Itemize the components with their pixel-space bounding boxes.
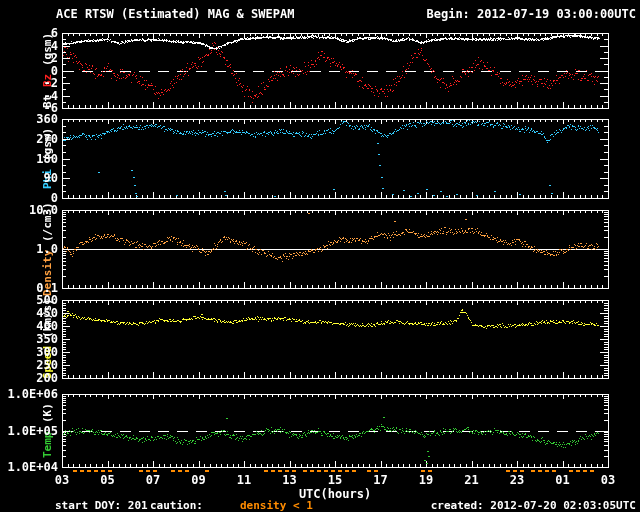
- x-tick-label: 13: [276, 473, 304, 487]
- x-tick-label: 03: [594, 473, 622, 487]
- y-axis-unit-k: (K): [41, 403, 54, 423]
- plot-canvas: [0, 0, 640, 512]
- y-tick-label: 360: [0, 112, 58, 126]
- y-tick-label: 1.0: [0, 242, 58, 256]
- rtsw-plot-page: ACE RTSW (Estimated) MAG & SWEPAM Begin:…: [0, 0, 640, 512]
- x-tick-label: 07: [139, 473, 167, 487]
- y-tick-label: 90: [0, 171, 58, 185]
- x-tick-label: 17: [367, 473, 395, 487]
- x-tick-label: 23: [503, 473, 531, 487]
- y-tick-label: 10.0: [0, 203, 58, 217]
- footer-caution-value: density < 1: [240, 499, 313, 512]
- y-tick-label: 200: [0, 371, 58, 385]
- page-title: ACE RTSW (Estimated) MAG & SWEPAM: [56, 7, 294, 21]
- x-tick-label: 21: [458, 473, 486, 487]
- y-tick-label: 1.0E+05: [0, 424, 58, 438]
- x-tick-label: 05: [94, 473, 122, 487]
- footer-start-doy: start DOY: 201: [55, 499, 148, 512]
- x-tick-label: 15: [321, 473, 349, 487]
- y-tick-label: 400: [0, 319, 58, 333]
- begin-timestamp: Begin: 2012-07-19 03:00:00UTC: [426, 7, 636, 21]
- x-tick-label: 11: [230, 473, 258, 487]
- y-tick-label: 180: [0, 152, 58, 166]
- y-tick-label: 250: [0, 358, 58, 372]
- y-tick-label: 450: [0, 306, 58, 320]
- x-tick-label: 09: [185, 473, 213, 487]
- y-tick-label: 500: [0, 293, 58, 307]
- y-tick-label: 350: [0, 332, 58, 346]
- x-tick-label: 03: [48, 473, 76, 487]
- y-tick-label: 1.0E+06: [0, 387, 58, 401]
- y-tick-label: 1.0E+04: [0, 460, 58, 474]
- footer-created-timestamp: created: 2012-07-20 02:03:05UTC: [431, 499, 636, 512]
- footer-caution-label: caution:: [150, 499, 203, 512]
- x-tick-label: 19: [412, 473, 440, 487]
- y-tick-label: 300: [0, 345, 58, 359]
- y-tick-label: 270: [0, 132, 58, 146]
- x-tick-label: 01: [549, 473, 577, 487]
